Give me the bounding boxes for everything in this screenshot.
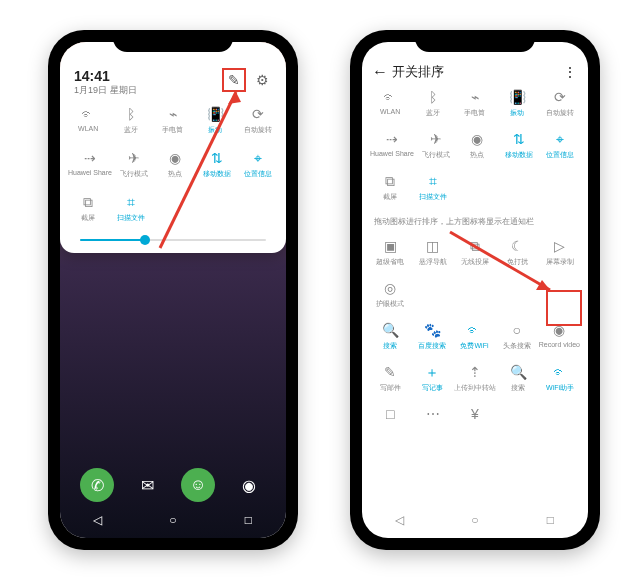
qs-tile-搜索[interactable]: 🔍搜索 xyxy=(498,363,538,401)
qs-tile-bluetooth[interactable]: ᛒ蓝牙 xyxy=(110,105,150,145)
qs-tile-写邮件[interactable]: ✎写邮件 xyxy=(370,363,410,401)
qs-tile-屏幕录制[interactable]: ▷屏幕录制 xyxy=(540,237,580,275)
qs-icon: ᯤ xyxy=(381,88,399,106)
qs-icon: ✎ xyxy=(381,363,399,381)
qs-label: 免打扰 xyxy=(507,257,528,267)
more-button[interactable]: ⋮ xyxy=(563,64,578,80)
qs-label: 振动 xyxy=(208,125,222,135)
qs-icon: ⌗ xyxy=(424,172,442,190)
qs-tile-share[interactable]: ⇢Huawei Share xyxy=(68,149,112,189)
qs-tile-rotate[interactable]: ⟳自动旋转 xyxy=(238,105,278,145)
qs-tile-tile[interactable]: □ xyxy=(370,405,410,443)
qs-icon: ＋ xyxy=(423,363,441,381)
qs-tile-护眼模式[interactable]: ◎护眼模式 xyxy=(370,279,410,317)
nav-recent[interactable]: □ xyxy=(240,512,256,528)
grid-mid-2: ◎护眼模式 xyxy=(370,275,580,317)
qs-tile-蓝牙[interactable]: ᛒ蓝牙 xyxy=(412,88,452,126)
qs-tile-位置信息[interactable]: ⌖位置信息 xyxy=(540,130,580,168)
qs-tile-scan[interactable]: ⌗扫描文件 xyxy=(110,193,150,233)
qs-tile-tile[interactable]: ¥ xyxy=(455,405,495,443)
dock-messages[interactable]: ✉ xyxy=(131,468,165,502)
qs-icon: 🔍 xyxy=(509,363,527,381)
qs-icon: ⌖ xyxy=(249,149,267,167)
qs-tile-wifi[interactable]: ᯤWLAN xyxy=(68,105,108,145)
grid-top-1: ᯤWLANᛒ蓝牙⌁手电筒📳振动⟳自动旋转 xyxy=(370,84,580,126)
qs-label: 热点 xyxy=(168,169,182,179)
qs-tile-头条搜索[interactable]: ○头条搜索 xyxy=(497,321,537,359)
nav-back[interactable]: ◁ xyxy=(90,512,106,528)
qs-tile-热点[interactable]: ◉热点 xyxy=(457,130,497,168)
qs-tile-WLAN[interactable]: ᯤWLAN xyxy=(370,88,410,126)
grid-top-2: ⇢Huawei Share✈飞行模式◉热点⇅移动数据⌖位置信息 xyxy=(370,126,580,168)
brightness-slider[interactable] xyxy=(80,239,266,241)
qs-tile-飞行模式[interactable]: ✈飞行模式 xyxy=(416,130,456,168)
qs-icon: 📳 xyxy=(508,88,526,106)
qs-tile-扫描文件[interactable]: ⌗扫描文件 xyxy=(412,172,452,210)
nav-home[interactable]: ○ xyxy=(467,512,483,528)
qs-icon: ▣ xyxy=(381,237,399,255)
settings-button[interactable]: ⚙ xyxy=(252,70,272,90)
qs-tile-振动[interactable]: 📳振动 xyxy=(497,88,537,126)
back-button[interactable]: ← xyxy=(372,63,392,81)
qs-tile-百度搜索[interactable]: 🐾百度搜索 xyxy=(412,321,452,359)
qs-tile-移动数据[interactable]: ⇅移动数据 xyxy=(499,130,539,168)
edit-tiles-button[interactable]: ✎ xyxy=(222,68,246,92)
qs-tile-免费WiFi[interactable]: ᯤ免费WiFi xyxy=(454,321,494,359)
qs-tile-screenshot[interactable]: ⧉截屏 xyxy=(68,193,108,233)
qs-icon: ᛒ xyxy=(122,105,140,123)
dock: ✆✉☺◉ xyxy=(60,468,286,502)
qs-icon: ᛒ xyxy=(424,88,442,106)
navbar-right: ◁○□ xyxy=(362,506,588,534)
qs-label: 扫描文件 xyxy=(117,213,145,223)
qs-icon: ⌁ xyxy=(164,105,182,123)
grid-mid-1: ▣超级省电◫悬浮导航⧉无线投屏☾免打扰▷屏幕录制 xyxy=(370,233,580,275)
qs-tile-location[interactable]: ⌖位置信息 xyxy=(238,149,278,189)
quick-settings-panel: 14:41 1月19日 星期日 ✎ ⚙ ᯤWLANᛒ蓝牙⌁手电筒📳振动⟳自动旋转… xyxy=(60,42,286,253)
qs-tile-无线投屏[interactable]: ⧉无线投屏 xyxy=(455,237,495,275)
qs-tile-Record video[interactable]: ◉Record video xyxy=(539,321,580,359)
qs-label: 截屏 xyxy=(383,192,397,202)
dock-camera[interactable]: ◉ xyxy=(232,468,266,502)
dock-phone[interactable]: ✆ xyxy=(80,468,114,502)
qs-icon: ⇢ xyxy=(81,149,99,167)
qs-tile-悬浮导航[interactable]: ◫悬浮导航 xyxy=(412,237,452,275)
qs-tile-免打扰[interactable]: ☾免打扰 xyxy=(497,237,537,275)
qs-label: WLAN xyxy=(380,108,400,115)
status-row: 14:41 1月19日 星期日 ✎ ⚙ xyxy=(68,68,278,101)
qs-icon: 🔍 xyxy=(381,321,399,339)
nav-back[interactable]: ◁ xyxy=(392,512,408,528)
qs-tile-Huawei Share[interactable]: ⇢Huawei Share xyxy=(370,130,414,168)
grid-bottom-2: ✎写邮件＋写记事⇡上传到中转站🔍搜索ᯤWiFi助手 xyxy=(370,359,580,401)
qs-icon: ◉ xyxy=(166,149,184,167)
qs-tile-tile[interactable]: ⋯ xyxy=(412,405,452,443)
qs-tile-截屏[interactable]: ⧉截屏 xyxy=(370,172,410,210)
qs-icon: ⇡ xyxy=(466,363,484,381)
grid-bottom-1: 🔍搜索🐾百度搜索ᯤ免费WiFi○头条搜索◉Record video xyxy=(370,317,580,359)
qs-label: 手电筒 xyxy=(162,125,183,135)
nav-recent[interactable]: □ xyxy=(542,512,558,528)
nav-home[interactable]: ○ xyxy=(165,512,181,528)
qs-tile-写记事[interactable]: ＋写记事 xyxy=(412,363,452,401)
qs-icon: ¥ xyxy=(466,405,484,423)
qs-tile-hotspot[interactable]: ◉热点 xyxy=(155,149,195,189)
qs-label: Record video xyxy=(539,341,580,348)
qs-tile-vibrate[interactable]: 📳振动 xyxy=(195,105,235,145)
clock-date: 1月19日 星期日 xyxy=(74,84,137,97)
qs-icon: ⌖ xyxy=(551,130,569,148)
clock-time: 14:41 xyxy=(74,68,137,84)
qs-tile-airplane[interactable]: ✈飞行模式 xyxy=(114,149,154,189)
qs-icon: ◉ xyxy=(550,321,568,339)
qs-tile-data[interactable]: ⇅移动数据 xyxy=(197,149,237,189)
qs-tile-WiFi助手[interactable]: ᯤWiFi助手 xyxy=(540,363,580,401)
brightness-thumb[interactable] xyxy=(140,235,150,245)
qs-tile-手电筒[interactable]: ⌁手电筒 xyxy=(455,88,495,126)
qs-tile-超级省电[interactable]: ▣超级省电 xyxy=(370,237,410,275)
qs-icon: ○ xyxy=(508,321,526,339)
dock-contacts[interactable]: ☺ xyxy=(181,468,215,502)
qs-tile-flashlight[interactable]: ⌁手电筒 xyxy=(153,105,193,145)
qs-tile-搜索[interactable]: 🔍搜索 xyxy=(370,321,410,359)
qs-tile-自动旋转[interactable]: ⟳自动旋转 xyxy=(540,88,580,126)
grid-top-3: ⧉截屏⌗扫描文件 xyxy=(370,168,580,210)
qs-tile-上传到中转站[interactable]: ⇡上传到中转站 xyxy=(454,363,496,401)
qs-label: 搜索 xyxy=(511,383,525,393)
